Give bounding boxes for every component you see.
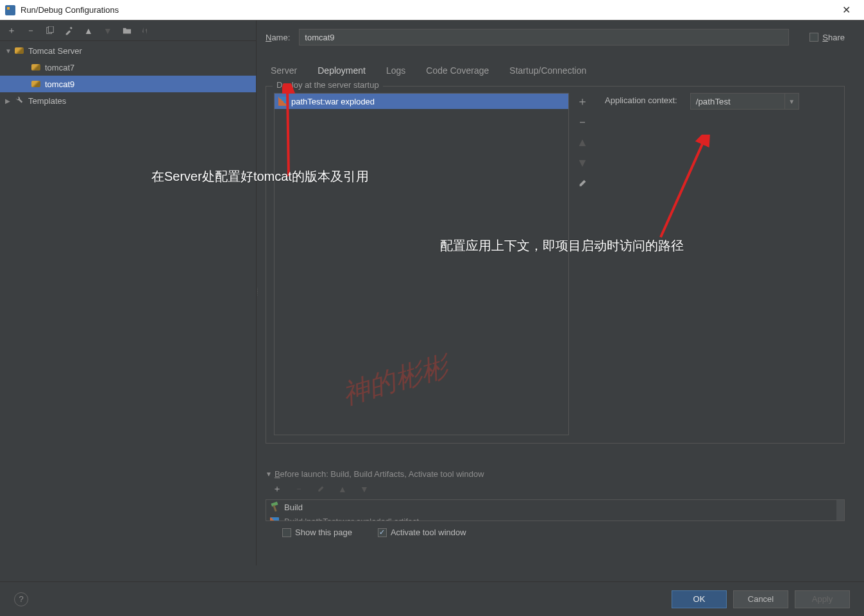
- remove-button[interactable]: －: [24, 24, 37, 37]
- chevron-down-icon: ▼: [5, 47, 14, 54]
- before-launch-toolbar: ＋ － ▲ ▼: [266, 479, 845, 499]
- folder-icon[interactable]: [121, 24, 133, 37]
- add-button[interactable]: ＋: [5, 24, 18, 37]
- chevron-down-icon: ▼: [266, 470, 272, 478]
- bl-add-button[interactable]: ＋: [271, 483, 284, 495]
- name-label: Name:: [266, 33, 290, 42]
- artifact-side-buttons: ＋ － ▲ ▼: [575, 93, 589, 435]
- before-launch-section: ▼ Before launch: Build, Build Artifacts,…: [266, 469, 845, 537]
- before-launch-checks: Show this page Activate tool window: [266, 521, 845, 537]
- chevron-right-icon: ▶: [5, 97, 14, 104]
- artifact-list[interactable]: pathTest:war exploded: [274, 93, 569, 435]
- bl-up-button[interactable]: ▲: [336, 483, 349, 495]
- artifact-up-button[interactable]: ▲: [575, 135, 589, 149]
- right-panel: Name: Share Server Deployment Logs Code …: [257, 21, 864, 565]
- activate-row[interactable]: Activate tool window: [378, 528, 466, 537]
- artifact-add-button[interactable]: ＋: [575, 94, 589, 108]
- bl-item-label: Build 'pathTest:war exploded' artifact: [284, 517, 419, 522]
- tree-node-templates[interactable]: ▶ Templates: [0, 92, 256, 109]
- copy-button[interactable]: [44, 24, 56, 37]
- share-label: Share: [822, 33, 845, 42]
- tomcat-icon: [31, 63, 41, 72]
- sort-icon[interactable]: [140, 24, 153, 37]
- share-checkbox-row[interactable]: Share: [809, 33, 845, 42]
- artifact-down-button[interactable]: ▼: [575, 156, 589, 170]
- titlebar: Run/Debug Configurations ✕: [0, 0, 864, 21]
- tree-label: Templates: [28, 96, 66, 106]
- splitter-grip[interactable]: ⋮⋮⋮: [255, 288, 258, 294]
- scrollbar[interactable]: [836, 500, 844, 520]
- tree-node-tomcat-server[interactable]: ▼ Tomcat Server: [0, 42, 256, 59]
- ok-button[interactable]: OK: [672, 590, 727, 608]
- left-panel: ＋ － ▲ ▼ ▼ Tomcat Server: [0, 21, 257, 565]
- deploy-section: Deploy at the server startup pathTest:wa…: [266, 86, 845, 444]
- artifact-item[interactable]: pathTest:war exploded: [275, 94, 568, 109]
- close-icon[interactable]: ✕: [833, 1, 859, 20]
- tree-label: tomcat7: [45, 63, 74, 72]
- before-launch-list[interactable]: Build Build 'pathTest:war exploded' arti…: [266, 499, 845, 521]
- artifact-label: pathTest:war exploded: [291, 97, 375, 106]
- apply-button[interactable]: Apply: [795, 590, 850, 608]
- settings-icon[interactable]: [63, 24, 76, 37]
- help-button[interactable]: ?: [14, 592, 28, 606]
- tab-logs[interactable]: Logs: [385, 62, 407, 83]
- window-title: Run/Debug Configurations: [21, 5, 119, 15]
- bl-edit-button[interactable]: [314, 483, 327, 495]
- name-row: Name: Share: [266, 27, 845, 47]
- show-page-checkbox[interactable]: [282, 528, 291, 537]
- down-icon[interactable]: ▼: [101, 24, 114, 37]
- tomcat-icon: [31, 79, 41, 88]
- app-icon: [5, 5, 15, 15]
- tree-node-tomcat9[interactable]: tomcat9: [0, 76, 256, 92]
- context-select[interactable]: ▼: [690, 93, 799, 110]
- deploy-title: Deploy at the server startup: [273, 80, 383, 90]
- bl-item-artifact[interactable]: Build 'pathTest:war exploded' artifact: [266, 514, 844, 521]
- cancel-button[interactable]: Cancel: [733, 590, 788, 608]
- tab-coverage[interactable]: Code Coverage: [425, 62, 490, 83]
- tomcat-icon: [14, 46, 24, 55]
- wrench-icon: [14, 96, 24, 105]
- tree-toolbar: ＋ － ▲ ▼: [0, 21, 256, 41]
- bl-item-label: Build: [284, 503, 303, 512]
- context-label: Application context:: [605, 93, 677, 105]
- config-tree: ▼ Tomcat Server tomcat7 tomcat9 ▶ Templa…: [0, 41, 256, 565]
- hammer-icon: [270, 503, 279, 512]
- bl-item-build[interactable]: Build: [266, 500, 844, 514]
- svg-rect-1: [48, 26, 53, 33]
- name-input[interactable]: [299, 29, 789, 46]
- artifact-remove-button[interactable]: －: [575, 115, 589, 129]
- before-launch-label: Before launch: Build, Build Artifacts, A…: [275, 469, 484, 479]
- artifact-icon: [270, 517, 279, 521]
- artifact-icon: [278, 97, 287, 106]
- tree-label: Tomcat Server: [28, 46, 82, 56]
- context-input[interactable]: [690, 93, 785, 110]
- activate-label: Activate tool window: [391, 528, 466, 537]
- tree-label: tomcat9: [45, 79, 74, 89]
- show-page-row[interactable]: Show this page: [282, 528, 352, 537]
- up-icon[interactable]: ▲: [82, 24, 95, 37]
- bl-down-button[interactable]: ▼: [358, 483, 371, 495]
- deploy-inner: pathTest:war exploded ＋ － ▲ ▼ Applicatio…: [274, 93, 836, 435]
- dropdown-icon[interactable]: ▼: [785, 93, 799, 110]
- show-page-label: Show this page: [295, 528, 352, 537]
- artifact-edit-button[interactable]: [575, 176, 589, 190]
- activate-checkbox[interactable]: [378, 528, 387, 537]
- share-checkbox[interactable]: [809, 33, 818, 42]
- bl-remove-button[interactable]: －: [292, 483, 305, 495]
- tab-startup[interactable]: Startup/Connection: [508, 62, 588, 83]
- before-launch-header[interactable]: ▼ Before launch: Build, Build Artifacts,…: [266, 469, 845, 479]
- dialog-body: ＋ － ▲ ▼ ▼ Tomcat Server: [0, 21, 864, 565]
- tree-node-tomcat7[interactable]: tomcat7: [0, 59, 256, 76]
- footer: ? OK Cancel Apply: [0, 581, 864, 616]
